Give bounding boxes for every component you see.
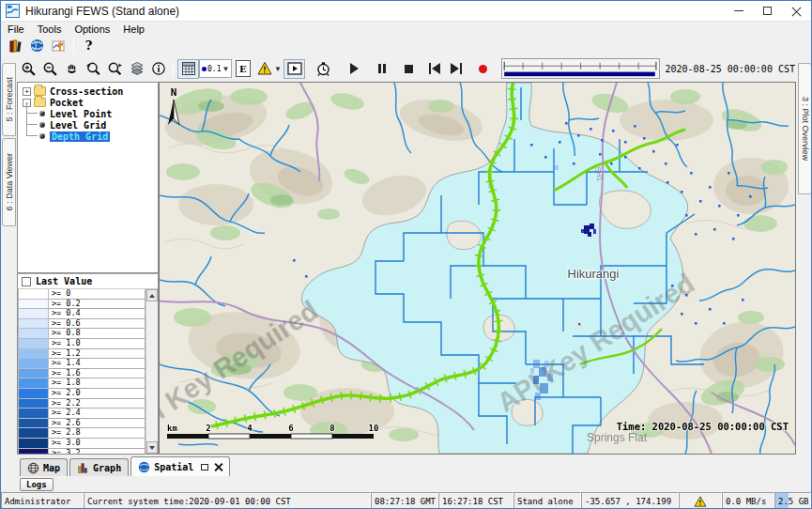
warning-icon [694,496,707,507]
record-button[interactable] [472,59,494,79]
layers-button[interactable] [126,59,147,79]
legend-frame-button[interactable]: E [232,59,253,79]
logs-button[interactable]: Logs [20,478,54,491]
legend-row[interactable]: >= 2.4 [18,409,146,419]
status-system-time: Current system time:2020-09-01 00:00 CST [84,492,371,509]
pause-button[interactable] [371,59,392,79]
app-logo-icon [6,4,20,18]
arrow-down-icon [149,446,155,450]
legend-color-swatch [18,449,49,455]
database-button[interactable] [5,36,26,55]
stop-icon [405,65,413,73]
legend-row[interactable]: >= 2.6 [18,419,146,429]
zoom-previous-button[interactable] [83,59,104,79]
legend-row-label: >= 0 [49,289,146,300]
status-local-time: 16:27:18 CST [438,492,513,509]
zoom-next-button[interactable] [104,59,126,79]
wire-globe-icon [27,462,39,474]
time-slider-track [502,59,658,78]
legend-color-swatch [18,439,49,449]
skip-end-icon [451,63,462,74]
legend-row[interactable]: >= 1.2 [18,349,146,360]
tab-graph[interactable]: Graph [69,458,129,476]
maximize-icon [763,7,772,15]
legend-row[interactable]: >= 0.2 [18,300,146,310]
last-value-checkbox[interactable] [22,277,31,286]
legend-panel: Last Value >= 0 >= 0.2 [17,273,159,455]
grid-display-button[interactable] [177,59,199,79]
chart-display-button[interactable] [48,36,69,55]
legend-row[interactable]: >= 0.4 [18,309,146,319]
menu-item[interactable]: File [1,23,31,35]
tree-node-level-point[interactable]: Level Point [21,108,158,119]
legend-row[interactable]: >= 3.0 [18,439,146,449]
play-button[interactable] [344,59,365,79]
legend-color-swatch [18,378,49,389]
tab-plot-overview[interactable]: 3 : Plot Overview [798,63,812,194]
zoom-in-button[interactable] [18,59,39,79]
map-canvas[interactable]: API Key Required API Key Required Hikura… [159,82,796,455]
legend-row[interactable]: >= 0 [18,289,146,300]
time-slider[interactable] [501,58,659,79]
timer-button[interactable] [313,59,334,79]
menu-item[interactable]: Options [68,23,116,35]
legend-row[interactable]: >= 1.0 [18,339,146,349]
timeline-datetime: 2020-08-25 00:00:00 CST [666,64,795,74]
legend-row[interactable]: >= 1.4 [18,359,146,369]
tree-connector [26,114,38,125]
layer-bullet-icon [39,133,45,139]
zoom-out-button[interactable] [39,59,61,79]
tab-map[interactable]: Map [20,458,68,476]
legend-color-swatch [18,399,49,409]
animation-frame-button[interactable] [283,59,305,79]
tab-forecast[interactable]: 5 : Forecast [2,63,16,136]
tab-close-icon[interactable] [214,463,222,471]
expand-icon[interactable]: + [23,87,31,96]
menu-item[interactable]: Tools [31,23,69,35]
right-tab-strip: 3 : Plot Overview [796,82,812,455]
legend-scrollbar[interactable] [146,289,158,454]
label-hikurangi: Hikurangi [568,267,620,281]
legend-row[interactable]: >= 1.6 [18,369,146,379]
legend-row[interactable]: >= 0.8 [18,329,146,339]
svg-text:8: 8 [329,424,334,433]
tree-node-depth-grid[interactable]: Depth Grid [21,131,158,142]
legend-row-label: >= 3.2 [49,449,146,455]
tree-node-level-grid[interactable]: Level Grid [21,119,158,131]
scroll-down-button[interactable] [146,441,158,454]
legend-color-swatch [18,389,49,399]
map-display-button[interactable] [26,36,48,55]
status-warning-cell[interactable] [679,492,722,509]
info-button[interactable] [147,59,169,79]
legend-row[interactable]: >= 3.2 [18,449,146,455]
legend-row[interactable]: >= 2.2 [18,399,146,409]
legend-row-label: >= 3.0 [49,439,146,449]
skip-end-button[interactable] [445,59,467,79]
legend-color-swatch [18,428,49,439]
scroll-up-button[interactable] [146,289,158,301]
legend-row[interactable]: >= 2.8 [18,428,146,439]
layer-bullet-icon [39,122,45,128]
pan-button[interactable] [61,59,83,79]
left-panel: + Cross-section - Pocket Level Point [17,82,159,455]
legend-color-swatch [18,419,49,429]
close-button[interactable] [782,1,811,21]
minimize-icon [734,10,743,11]
legend-title: Last Value [36,276,92,286]
interval-dropdown[interactable]: 0.1 ▼ [199,59,232,78]
legend-row[interactable]: >= 0.6 [18,319,146,330]
menu-item[interactable]: Help [116,23,151,35]
tab-spatial[interactable]: Spatial [130,456,230,476]
help-button[interactable]: ? [78,36,100,55]
skip-start-button[interactable] [423,59,445,79]
minimize-button[interactable] [724,1,753,21]
tree-node-pocket[interactable]: - Pocket [21,97,158,108]
tab-restore-icon[interactable] [201,464,208,470]
stop-button[interactable] [398,59,420,79]
warning-dropdown-button[interactable]: ▼ [253,59,283,79]
legend-row[interactable]: >= 2.0 [18,389,146,399]
tab-data-viewer[interactable]: 6 : Data Viewer [2,138,16,226]
legend-row[interactable]: >= 1.8 [18,378,146,389]
warning-icon [256,61,273,76]
maximize-button[interactable] [753,1,782,21]
